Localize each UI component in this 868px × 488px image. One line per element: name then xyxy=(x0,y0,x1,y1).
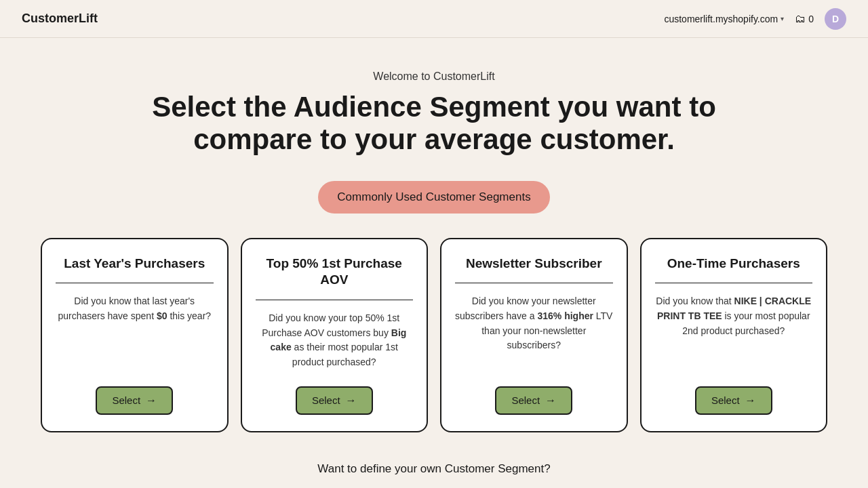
avatar[interactable]: D xyxy=(825,8,846,30)
card-divider-1 xyxy=(256,300,414,300)
card-body-3: Did you know that NIKE | CRACKLE PRINT T… xyxy=(655,294,813,369)
avatar-letter: D xyxy=(832,14,839,24)
welcome-text: Welcome to CustomerLift xyxy=(373,70,494,83)
chevron-down-icon: ▾ xyxy=(781,15,784,22)
arrow-icon-1: → xyxy=(346,394,357,407)
commonly-used-button[interactable]: Commonly Used Customer Segments xyxy=(318,181,549,214)
store-name: customerlift.myshopify.com xyxy=(664,14,778,24)
cart-count: 0 xyxy=(808,14,814,24)
select-label-3: Select xyxy=(711,394,740,406)
arrow-icon-2: → xyxy=(545,394,556,407)
card-0: Last Year's PurchasersDid you know that … xyxy=(41,238,229,432)
select-button-0[interactable]: Select→ xyxy=(96,386,173,415)
select-label-0: Select xyxy=(112,394,140,406)
select-button-1[interactable]: Select→ xyxy=(296,386,373,415)
card-body-2: Did you know your newsletter subscribers… xyxy=(455,294,613,369)
bottom-cta: Want to define your own Customer Segment… xyxy=(317,462,550,488)
arrow-icon-0: → xyxy=(146,394,157,407)
main-content: Welcome to CustomerLift Select the Audie… xyxy=(0,38,868,488)
select-button-3[interactable]: Select→ xyxy=(695,386,772,415)
cart-icon: 🗂 xyxy=(795,13,806,25)
card-divider-3 xyxy=(655,283,813,283)
card-3: One-Time PurchasersDid you know that NIK… xyxy=(640,238,828,432)
card-2: Newsletter SubscriberDid you know your n… xyxy=(440,238,628,432)
arrow-icon-3: → xyxy=(745,394,756,407)
select-button-2[interactable]: Select→ xyxy=(495,386,572,415)
card-title-0: Last Year's Purchasers xyxy=(64,256,205,272)
header: CustomerLift customerlift.myshopify.com … xyxy=(0,0,868,38)
card-divider-0 xyxy=(56,283,214,283)
cards-row: Last Year's PurchasersDid you know that … xyxy=(41,238,827,432)
card-1: Top 50% 1st Purchase AOVDid you know you… xyxy=(241,238,429,432)
card-title-3: One-Time Purchasers xyxy=(667,256,800,272)
card-title-2: Newsletter Subscriber xyxy=(466,256,602,272)
store-selector[interactable]: customerlift.myshopify.com ▾ xyxy=(664,14,784,24)
card-title-1: Top 50% 1st Purchase AOV xyxy=(256,256,414,289)
cart-badge[interactable]: 🗂 0 xyxy=(795,13,814,25)
card-divider-2 xyxy=(455,283,613,283)
header-right: customerlift.myshopify.com ▾ 🗂 0 D xyxy=(664,8,846,30)
card-body-1: Did you know your top 50% 1st Purchase A… xyxy=(256,311,414,370)
select-label-2: Select xyxy=(511,394,540,406)
page-title: Select the Audience Segment you want to … xyxy=(142,91,726,157)
card-body-0: Did you know that last year's purchasers… xyxy=(56,294,214,369)
logo: CustomerLift xyxy=(22,12,98,26)
select-label-1: Select xyxy=(312,394,340,406)
bottom-cta-text: Want to define your own Customer Segment… xyxy=(317,462,550,476)
